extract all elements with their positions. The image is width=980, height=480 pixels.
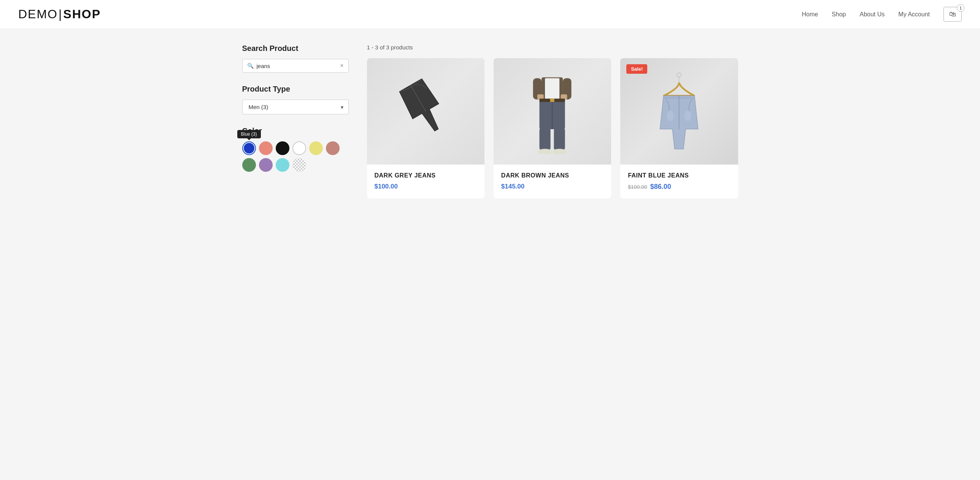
product-image-faint-blue: Sale! xyxy=(620,58,738,165)
color-swatch-yellow[interactable] xyxy=(309,141,323,155)
color-blue-container: Blue (3) xyxy=(242,141,256,155)
search-section: Search Product 🔍 × xyxy=(242,44,349,73)
color-swatch-purple[interactable] xyxy=(259,158,273,172)
search-icon: 🔍 xyxy=(247,63,254,69)
svg-rect-2 xyxy=(545,78,559,100)
svg-point-19 xyxy=(667,111,674,121)
color-swatch-green[interactable] xyxy=(242,158,256,172)
logo-part2: SHOP xyxy=(63,7,101,21)
product-image-dark-grey xyxy=(367,58,485,165)
product-sale-price-faint-blue: $86.00 xyxy=(650,183,671,190)
product-type-select[interactable]: Men (3) Women Kids xyxy=(242,100,349,114)
clear-search-button[interactable]: × xyxy=(340,62,344,69)
products-count: 1 - 3 of 3 products xyxy=(367,44,738,51)
product-image-dark-brown-svg xyxy=(520,69,584,154)
nav-home[interactable]: Home xyxy=(802,11,818,18)
product-name-dark-grey: DARK GREY JEANS xyxy=(375,172,477,179)
color-swatch-mauve[interactable] xyxy=(326,141,340,155)
product-name-dark-brown: DARK BROWN JEANS xyxy=(501,172,603,179)
product-card-faint-blue-jeans[interactable]: Sale! xyxy=(620,58,738,198)
search-input[interactable] xyxy=(257,63,340,69)
main-nav: Home Shop About Us My Account 🛍 1 xyxy=(802,7,962,22)
color-title: Color xyxy=(242,127,349,135)
product-card-dark-brown-jeans[interactable]: DARK BROWN JEANS $145.00 xyxy=(493,58,611,198)
product-info-dark-brown: DARK BROWN JEANS $145.00 xyxy=(493,165,611,198)
product-price-dark-brown: $145.00 xyxy=(501,183,603,190)
nav-about[interactable]: About Us xyxy=(859,11,885,18)
svg-rect-12 xyxy=(554,128,565,150)
svg-point-20 xyxy=(684,111,692,121)
cart-icon: 🛍 xyxy=(949,10,956,18)
nav-account[interactable]: My Account xyxy=(898,11,930,18)
svg-rect-11 xyxy=(539,128,550,150)
product-image-faint-blue-svg xyxy=(641,71,717,151)
cart-button[interactable]: 🛍 1 xyxy=(943,7,962,22)
product-image-dark-brown xyxy=(493,58,611,165)
product-original-price-faint-blue: $100.00 xyxy=(628,184,647,190)
color-section: Color Blue (3) xyxy=(242,127,349,172)
color-swatch-pink[interactable] xyxy=(259,141,273,155)
product-type-section: Product Type Men (3) Women Kids ▾ xyxy=(242,85,349,114)
sidebar: Search Product 🔍 × Product Type Men (3) … xyxy=(242,44,349,198)
product-type-title: Product Type xyxy=(242,85,349,93)
color-grid: Blue (3) xyxy=(242,141,349,172)
sale-badge: Sale! xyxy=(626,64,647,74)
search-box: 🔍 × xyxy=(242,59,349,73)
color-swatch-blue[interactable] xyxy=(242,141,256,155)
logo-divider: | xyxy=(59,7,62,21)
products-grid: DARK GREY JEANS $100.00 xyxy=(367,58,738,198)
logo-part1: DEMO xyxy=(18,7,58,21)
product-info-faint-blue: FAINT BLUE JEANS $100.00$86.00 xyxy=(620,165,738,198)
color-swatch-black[interactable] xyxy=(276,141,290,155)
product-info-dark-grey: DARK GREY JEANS $100.00 xyxy=(367,165,485,198)
svg-rect-10 xyxy=(550,98,554,102)
main-wrapper: Search Product 🔍 × Product Type Men (3) … xyxy=(224,29,756,214)
search-title: Search Product xyxy=(242,44,349,53)
svg-point-13 xyxy=(538,149,552,154)
header: DEMO|SHOP Home Shop About Us My Account … xyxy=(0,0,980,29)
color-swatch-white[interactable] xyxy=(293,141,306,155)
nav-shop[interactable]: Shop xyxy=(832,11,846,18)
product-name-faint-blue: FAINT BLUE JEANS xyxy=(628,172,730,179)
svg-point-14 xyxy=(553,149,566,154)
product-image-dark-grey-svg xyxy=(388,77,464,146)
cart-badge: 1 xyxy=(957,4,964,12)
logo: DEMO|SHOP xyxy=(18,7,101,21)
products-area: 1 - 3 of 3 products xyxy=(367,44,738,198)
color-swatch-teal[interactable] xyxy=(276,158,290,172)
product-card-dark-grey-jeans[interactable]: DARK GREY JEANS $100.00 xyxy=(367,58,485,198)
color-swatch-none[interactable] xyxy=(293,158,306,172)
product-price-faint-blue: $100.00$86.00 xyxy=(628,183,730,191)
product-price-dark-grey: $100.00 xyxy=(375,183,477,190)
product-type-select-wrapper: Men (3) Women Kids ▾ xyxy=(242,100,349,114)
